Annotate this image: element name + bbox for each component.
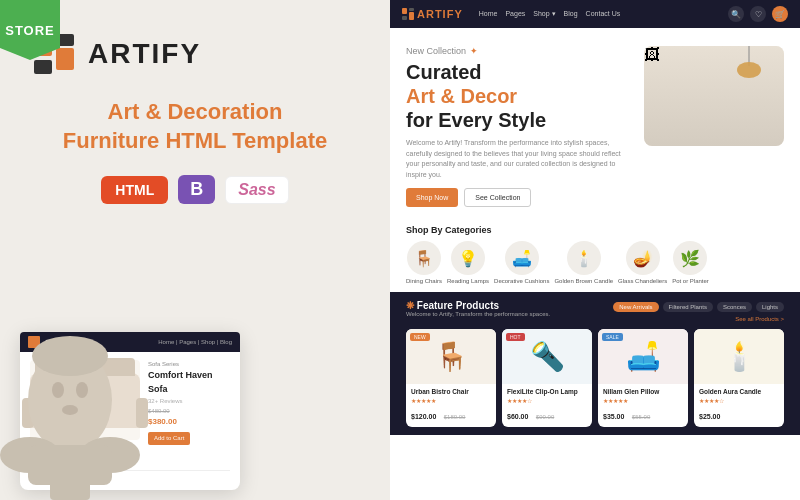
category-dining-chairs[interactable]: 🪑 Dining Chairs xyxy=(406,241,442,284)
nav-logo: ARTIFY xyxy=(402,8,463,20)
preview-new-price: $380.00 xyxy=(148,416,230,428)
hero-title: Curated Art & Decor for Every Style xyxy=(406,60,634,132)
shop-now-button[interactable]: Shop Now xyxy=(406,188,458,207)
fp-tab-filtered[interactable]: Filtered Plants xyxy=(663,302,713,312)
product-icon-1: 🪑 xyxy=(434,340,469,373)
product-name-2: FlexiLite Clip-On Lamp xyxy=(507,388,587,396)
svg-rect-17 xyxy=(409,8,414,11)
hero-buttons: Shop Now See Collection xyxy=(406,188,634,207)
product-price-old-1: $180.00 xyxy=(444,414,466,420)
product-name-3: Nillam Glen Pillow xyxy=(603,388,683,396)
product-badge-1: NEW xyxy=(410,333,430,341)
hero-title-line3: for Every Style xyxy=(406,109,546,131)
hero-section: New Collection ✦ Curated Art & Decor for… xyxy=(390,28,800,217)
category-label-cushions: Decorative Cushions xyxy=(494,278,549,284)
product-stars-1: ★★★★★ xyxy=(411,397,491,404)
fp-controls: New Arrivals Filtered Plants Sconces Lig… xyxy=(613,302,784,322)
categories-section: Shop By Categories 🪑 Dining Chairs 💡 Rea… xyxy=(390,217,800,292)
product-price-3: $35.00 xyxy=(603,413,624,420)
fp-tab-sconces[interactable]: Sconces xyxy=(717,302,752,312)
fp-tabs: New Arrivals Filtered Plants Sconces Lig… xyxy=(613,302,784,312)
preview-product-subtitle: 32+ Reviews xyxy=(148,397,230,406)
product-info-4: Golden Aura Candle ★★★★☆ $25.00 xyxy=(694,384,784,427)
nav-links: Home Pages Shop ▾ Blog Contact Us xyxy=(479,10,620,18)
svg-rect-15 xyxy=(409,12,414,20)
wishlist-icon-btn[interactable]: ♡ xyxy=(750,6,766,22)
nav-actions: 🔍 ♡ 🛒 xyxy=(728,6,788,22)
product-price-2: $60.00 xyxy=(507,413,528,420)
svg-point-19 xyxy=(737,62,761,78)
category-reading-lamps[interactable]: 💡 Reading Lamps xyxy=(447,241,489,284)
product-stars-3: ★★★★★ xyxy=(603,397,683,404)
search-icon-btn[interactable]: 🔍 xyxy=(728,6,744,22)
nav-home[interactable]: Home xyxy=(479,10,498,18)
product-card-1[interactable]: 🪑 NEW Urban Bistro Chair ★★★★★ $120.00 $… xyxy=(406,329,496,427)
cart-icon-btn[interactable]: 🛒 xyxy=(772,6,788,22)
product-card-4[interactable]: 🕯️ Golden Aura Candle ★★★★☆ $25.00 xyxy=(694,329,784,427)
product-icon-3: 🛋️ xyxy=(626,340,661,373)
product-card-3[interactable]: 🛋️ SALE Nillam Glen Pillow ★★★★★ $35.00 … xyxy=(598,329,688,427)
category-cushions[interactable]: 🛋️ Decorative Cushions xyxy=(494,241,549,284)
room-scene: 🖼 xyxy=(644,46,784,146)
bootstrap-badge: B xyxy=(178,175,215,204)
statue-svg xyxy=(0,270,150,500)
see-collection-button[interactable]: See Collection xyxy=(464,188,531,207)
preview-product-info: Sofa Series Comfort Haven Sofa 32+ Revie… xyxy=(148,360,230,446)
fp-tab-lights[interactable]: Lights xyxy=(756,302,784,312)
svg-rect-1 xyxy=(56,48,74,70)
right-panel: ARTIFY Home Pages Shop ▾ Blog Contact Us… xyxy=(390,0,800,500)
preview-breadcrumb: Sofa Series xyxy=(148,360,230,369)
category-chandeliers[interactable]: 🪔 Glass Chandeliers xyxy=(618,241,667,284)
tagline-heading: Art & Decoration Furniture HTML Template xyxy=(30,98,360,155)
fp-see-all-link[interactable]: See all Products > xyxy=(735,316,784,322)
nav-blog[interactable]: Blog xyxy=(564,10,578,18)
product-img-4: 🕯️ xyxy=(694,329,784,384)
category-label-planters: Pot or Planter xyxy=(672,278,709,284)
hero-subtitle: New Collection ✦ xyxy=(406,46,634,56)
categories-title: Shop By Categories xyxy=(406,225,784,235)
nav-pages[interactable]: Pages xyxy=(505,10,525,18)
tagline-highlight: HTML Template xyxy=(165,128,327,153)
store-badge: STORE xyxy=(0,0,60,60)
hero-room-image: 🖼 xyxy=(644,46,784,146)
tech-badges-row: HTML B Sass xyxy=(0,160,390,219)
hero-title-line2: Art & Decor xyxy=(406,85,517,107)
product-img-3: 🛋️ SALE xyxy=(598,329,688,384)
brand-name: ARTIFY xyxy=(88,38,201,70)
svg-rect-14 xyxy=(402,8,407,14)
tagline-line2: Furniture xyxy=(63,128,160,153)
sass-badge: Sass xyxy=(225,176,288,204)
product-img-1: 🪑 NEW xyxy=(406,329,496,384)
preview-nav-links: Home | Pages | Shop | Blog xyxy=(158,339,232,345)
product-stars-4: ★★★★☆ xyxy=(699,397,779,404)
navbar: ARTIFY Home Pages Shop ▾ Blog Contact Us… xyxy=(390,0,800,28)
product-icon-4: 🕯️ xyxy=(722,340,757,373)
tagline-line1: Art & Decoration xyxy=(108,99,283,124)
product-price-1: $120.00 xyxy=(411,413,436,420)
product-stars-2: ★★★★☆ xyxy=(507,397,587,404)
product-icon-2: 🔦 xyxy=(530,340,565,373)
statue-decoration xyxy=(0,270,150,500)
hero-description: Welcome to Artify! Transform the perform… xyxy=(406,138,634,180)
category-planters[interactable]: 🌿 Pot or Planter xyxy=(672,241,709,284)
category-circle-candles: 🕯️ xyxy=(567,241,601,275)
fp-title: ❋ Feature Products xyxy=(406,300,550,311)
product-price-old-3: $55.00 xyxy=(632,414,650,420)
product-name-1: Urban Bistro Chair xyxy=(411,388,491,396)
hero-title-line1: Curated xyxy=(406,61,482,83)
product-info-2: FlexiLite Clip-On Lamp ★★★★☆ $60.00 $90.… xyxy=(502,384,592,427)
nav-logo-icon xyxy=(402,8,414,20)
fp-icon: ❋ xyxy=(406,300,414,311)
product-badge-2: HOT xyxy=(506,333,525,341)
hero-text: New Collection ✦ Curated Art & Decor for… xyxy=(406,46,634,207)
fp-tab-new-arrivals[interactable]: New Arrivals xyxy=(613,302,658,312)
category-circle-planters: 🌿 xyxy=(673,241,707,275)
nav-contact[interactable]: Contact Us xyxy=(586,10,621,18)
preview-add-to-cart[interactable]: Add to Cart xyxy=(148,432,190,445)
svg-rect-2 xyxy=(34,60,52,74)
left-panel: STORE ARTIFY Art & Decoration Furniture … xyxy=(0,0,390,500)
art-text: 🖼 xyxy=(644,46,660,63)
product-card-2[interactable]: 🔦 HOT FlexiLite Clip-On Lamp ★★★★☆ $60.0… xyxy=(502,329,592,427)
nav-shop[interactable]: Shop ▾ xyxy=(533,10,555,18)
category-candles[interactable]: 🕯️ Golden Brown Candle xyxy=(554,241,613,284)
